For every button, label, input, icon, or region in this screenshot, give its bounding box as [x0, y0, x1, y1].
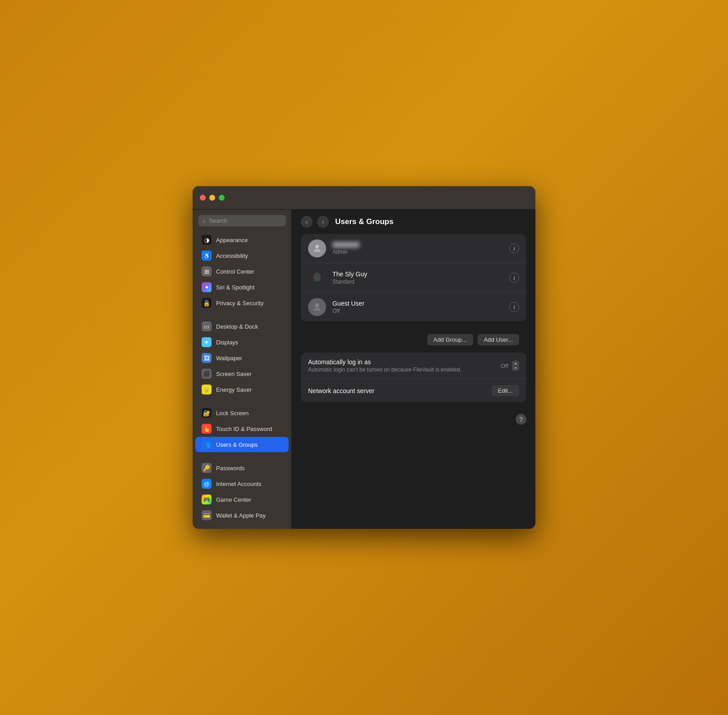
- sidebar-item-displays-label: Displays: [216, 339, 238, 346]
- sidebar-item-touchid-label: Touch ID & Password: [216, 426, 272, 432]
- sidebar-item-displays[interactable]: ☀ Displays: [195, 335, 289, 350]
- user-info: The Sly Guy Standard: [332, 270, 503, 285]
- user-name: Guest User: [332, 300, 503, 307]
- sidebar-item-wallpaper[interactable]: 🖼 Wallpaper: [195, 350, 289, 366]
- add-group-button[interactable]: Add Group...: [427, 334, 473, 345]
- avatar: [308, 239, 326, 257]
- sidebar-item-desktop[interactable]: ▭ Desktop & Dock: [195, 319, 289, 334]
- sidebar-item-desktop-label: Desktop & Dock: [216, 323, 258, 330]
- close-button[interactable]: [200, 195, 206, 201]
- edit-button[interactable]: Edit...: [492, 385, 519, 396]
- sidebar-item-wallpaper-label: Wallpaper: [216, 355, 242, 362]
- sidebar-item-passwords-label: Passwords: [216, 465, 245, 472]
- sidebar-item-internet-label: Internet Accounts: [216, 481, 261, 487]
- gamecenter-icon: 🎮: [202, 495, 212, 504]
- users-card: Admin i: [301, 234, 526, 321]
- forward-icon: ›: [322, 218, 324, 225]
- sidebar-item-control-center-label: Control Center: [216, 268, 254, 275]
- user-info: Admin: [332, 242, 503, 255]
- add-user-button[interactable]: Add User...: [478, 334, 519, 345]
- internet-icon: @: [202, 479, 212, 489]
- svg-point-4: [315, 276, 316, 277]
- sidebar-item-wallet[interactable]: 💳 Wallet & Apple Pay: [195, 508, 289, 523]
- auto-login-control: Off ▴ ▾: [501, 361, 519, 371]
- network-server-control: Edit...: [492, 385, 519, 396]
- sidebar-item-privacy[interactable]: 🔒 Privacy & Security: [195, 295, 289, 311]
- sidebar-item-accessibility-label: Accessibility: [216, 252, 248, 259]
- sidebar: ⌕ Search ◑ Appearance ♿ Accessibility ⊞ …: [193, 210, 292, 529]
- auto-login-info: Automatically log in as Automatic login …: [308, 358, 501, 373]
- displays-icon: ☀: [202, 337, 212, 347]
- sidebar-section-2: ▭ Desktop & Dock ☀ Displays 🖼 Wallpaper …: [193, 318, 291, 398]
- user-name: The Sly Guy: [332, 270, 503, 278]
- network-server-info: Network account server: [308, 387, 492, 394]
- desktop-icon: ▭: [202, 321, 212, 331]
- table-row[interactable]: Guest User Off i: [301, 293, 526, 321]
- auto-login-subtitle: Automatic login can't be turned on becau…: [308, 367, 501, 373]
- main-header: ‹ › Users & Groups: [292, 210, 535, 234]
- sidebar-section-1: ◑ Appearance ♿ Accessibility ⊞ Control C…: [193, 232, 291, 311]
- passwords-icon: 🔑: [202, 463, 212, 473]
- table-row[interactable]: Admin i: [301, 234, 526, 263]
- sidebar-item-users-label: Users & Groups: [216, 441, 258, 448]
- sidebar-item-wallet-label: Wallet & Apple Pay: [216, 512, 266, 519]
- stepper-down-button[interactable]: ▾: [512, 366, 519, 371]
- sidebar-item-siri[interactable]: ✦ Siri & Spotlight: [195, 280, 289, 295]
- sidebar-item-gamecenter[interactable]: 🎮 Game Center: [195, 492, 289, 507]
- auto-login-value: Off: [501, 362, 508, 369]
- sidebar-item-gamecenter-label: Game Center: [216, 496, 251, 503]
- user-info-button[interactable]: i: [509, 243, 519, 253]
- user-action-buttons: Add Group... Add User...: [301, 329, 526, 353]
- sidebar-item-appearance[interactable]: ◑ Appearance: [195, 232, 289, 248]
- user-role: Standard: [332, 279, 503, 285]
- svg-point-5: [318, 276, 319, 277]
- search-placeholder-text: Search: [209, 217, 227, 224]
- sidebar-item-appearance-label: Appearance: [216, 237, 248, 243]
- sidebar-item-lock-label: Lock Screen: [216, 410, 249, 417]
- sidebar-item-accessibility[interactable]: ♿ Accessibility: [195, 248, 289, 263]
- sidebar-item-touchid[interactable]: 👆 Touch ID & Password: [195, 421, 289, 436]
- forward-button[interactable]: ›: [317, 216, 329, 228]
- sidebar-item-internet[interactable]: @ Internet Accounts: [195, 476, 289, 491]
- energy-icon: 🔋: [202, 385, 212, 394]
- sidebar-item-control-center[interactable]: ⊞ Control Center: [195, 264, 289, 279]
- auto-login-title: Automatically log in as: [308, 358, 501, 366]
- sidebar-section-3: 🔐 Lock Screen 👆 Touch ID & Password 👥 Us…: [193, 405, 291, 453]
- sidebar-item-passwords[interactable]: 🔑 Passwords: [195, 460, 289, 476]
- sidebar-item-screensaver[interactable]: ⬛ Screen Saver: [195, 366, 289, 381]
- sidebar-item-energy-label: Energy Saver: [216, 386, 252, 393]
- maximize-button[interactable]: [219, 195, 225, 201]
- sidebar-item-privacy-label: Privacy & Security: [216, 300, 263, 307]
- user-info-button[interactable]: i: [509, 273, 519, 283]
- search-box[interactable]: ⌕ Search: [198, 215, 286, 226]
- user-role: Off: [332, 308, 503, 314]
- minimize-button[interactable]: [209, 195, 215, 201]
- sidebar-item-users[interactable]: 👥 Users & Groups: [195, 437, 289, 452]
- table-row[interactable]: The Sly Guy Standard i: [301, 263, 526, 293]
- help-button[interactable]: ?: [516, 414, 526, 425]
- main-panel: ‹ › Users & Groups: [292, 210, 535, 529]
- svg-point-1: [313, 273, 321, 282]
- control-center-icon: ⊞: [202, 266, 212, 276]
- back-button[interactable]: ‹: [301, 216, 313, 228]
- siri-icon: ✦: [202, 282, 212, 292]
- stepper-up-button[interactable]: ▴: [512, 361, 519, 366]
- accessibility-icon: ♿: [202, 251, 212, 261]
- system-preferences-window: ⌕ Search ◑ Appearance ♿ Accessibility ⊞ …: [193, 186, 535, 529]
- user-name: [332, 242, 503, 248]
- sidebar-item-screensaver-label: Screen Saver: [216, 371, 252, 377]
- user-info-button[interactable]: i: [509, 302, 519, 312]
- back-icon: ‹: [306, 218, 308, 225]
- auto-login-row: Automatically log in as Automatic login …: [301, 353, 526, 379]
- sidebar-item-energy[interactable]: 🔋 Energy Saver: [195, 382, 289, 397]
- search-icon: ⌕: [203, 217, 206, 224]
- titlebar: [193, 186, 535, 210]
- touchid-icon: 👆: [202, 424, 212, 434]
- auto-login-stepper[interactable]: ▴ ▾: [512, 361, 519, 371]
- user-info: Guest User Off: [332, 300, 503, 314]
- svg-point-6: [315, 303, 319, 307]
- sidebar-item-lock[interactable]: 🔐 Lock Screen: [195, 405, 289, 421]
- help-row: ?: [301, 409, 526, 429]
- avatar: [308, 298, 326, 316]
- avatar: [308, 269, 326, 287]
